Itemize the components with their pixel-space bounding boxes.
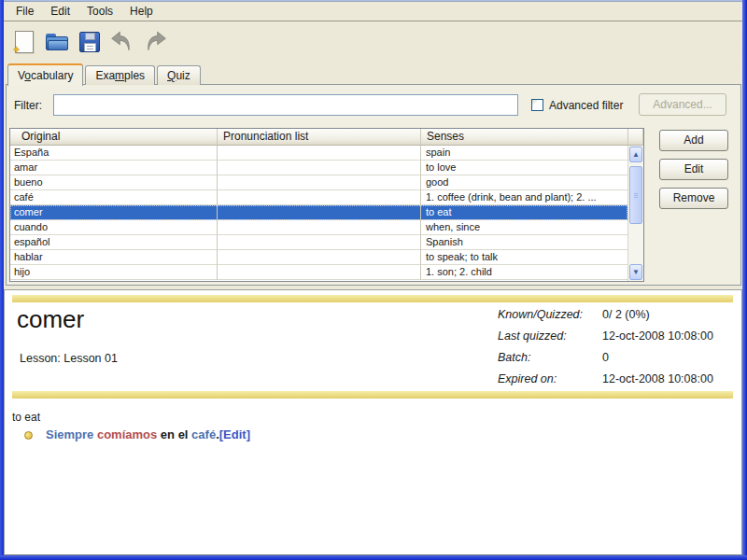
- column-header-senses[interactable]: Senses: [421, 129, 628, 146]
- redo-icon: [142, 30, 168, 54]
- tab[interactable]: Examples: [85, 65, 155, 85]
- edit-link[interactable]: [Edit]: [219, 427, 250, 441]
- table-row[interactable]: comer to eat: [10, 205, 627, 220]
- stat-row: Last quizzed: 12-oct-2008 10:08:00: [498, 329, 728, 351]
- tab[interactable]: Vocabulary: [7, 63, 83, 86]
- headword: comer: [17, 305, 84, 334]
- edit-button[interactable]: Edit: [659, 159, 728, 180]
- gold-divider-top: [12, 295, 733, 302]
- undo-button[interactable]: [109, 29, 135, 55]
- redo-button[interactable]: [142, 29, 168, 55]
- advanced-filter-label: Advanced filter: [549, 99, 623, 112]
- toolbar: ✦: [4, 22, 742, 62]
- window-border-right: [742, 0, 747, 560]
- open-folder-icon: [46, 34, 68, 50]
- example-word: en el: [157, 427, 191, 441]
- bullet-icon: [24, 431, 33, 440]
- stat-row: Batch: 0: [498, 351, 728, 372]
- window-border-top: [0, 0, 747, 2]
- menu-item[interactable]: Tools: [78, 3, 121, 20]
- table-row[interactable]: hijo 1. son; 2. child: [10, 265, 627, 280]
- example-word: comíamos: [97, 427, 157, 441]
- column-header-pronunciation[interactable]: Pronunciation list: [218, 129, 421, 146]
- table-row[interactable]: cuando when, since: [10, 220, 627, 235]
- lesson-label: Lesson: Lesson 01: [20, 352, 118, 365]
- scrollbar-thumb[interactable]: [629, 166, 642, 224]
- table-row[interactable]: España spain: [10, 146, 627, 161]
- table-row[interactable]: bueno good: [10, 175, 627, 190]
- entry-detail-panel: comer Lesson: Lesson 01 Known/Quizzed: 0…: [4, 289, 742, 555]
- stat-row: Known/Quizzed: 0/ 2 (0%): [498, 308, 728, 329]
- scroll-up-icon[interactable]: ▲: [629, 147, 642, 162]
- window-border-bottom: [0, 555, 747, 560]
- add-button[interactable]: Add: [659, 130, 728, 151]
- new-file-button[interactable]: ✦: [11, 29, 37, 55]
- advanced-button[interactable]: Advanced...: [639, 93, 726, 116]
- menu-item[interactable]: Help: [121, 3, 162, 20]
- table-header: Original Pronunciation list Senses: [10, 129, 643, 146]
- table-row[interactable]: amar to love: [10, 161, 627, 175]
- example-word: Siempre: [46, 427, 97, 441]
- tab-bar: Vocabulary Examples Quiz: [7, 63, 203, 85]
- save-button[interactable]: [77, 29, 103, 55]
- vocabulary-table: Original Pronunciation list Senses Españ…: [9, 128, 644, 282]
- table-row[interactable]: café 1. coffee (drink, bean and plant); …: [10, 190, 627, 205]
- menu-item[interactable]: Edit: [42, 3, 78, 20]
- column-header-corner: [628, 129, 643, 146]
- example-sentence: Siempre comíamos en el café.[Edit]: [46, 427, 250, 441]
- undo-icon: [109, 30, 135, 54]
- open-folder-button[interactable]: [44, 29, 70, 55]
- scroll-down-icon[interactable]: ▼: [629, 264, 642, 280]
- remove-button[interactable]: Remove: [659, 188, 728, 209]
- entry-stats: Known/Quizzed: 0/ 2 (0%) Last quizzed: 1…: [498, 308, 728, 394]
- table-row[interactable]: hablar to speak; to talk: [10, 250, 627, 265]
- menu-item[interactable]: File: [7, 3, 42, 20]
- sense-text: to eat: [12, 411, 40, 424]
- gold-divider-bottom: [12, 391, 733, 399]
- new-file-icon: ✦: [15, 31, 34, 53]
- filter-input[interactable]: [53, 94, 518, 116]
- table-row[interactable]: español Spanish: [10, 235, 627, 250]
- tab[interactable]: Quiz: [157, 65, 201, 85]
- filter-label: Filter:: [14, 99, 42, 112]
- column-header-original[interactable]: Original: [10, 129, 218, 146]
- menu-bar: FileEditToolsHelp: [4, 2, 742, 21]
- example-word: café: [191, 427, 216, 441]
- advanced-filter-checkbox[interactable]: [531, 99, 543, 111]
- save-icon: [79, 32, 100, 52]
- table-scrollbar[interactable]: ▲ ▼: [627, 146, 643, 281]
- example-row: Siempre comíamos en el café.[Edit]: [5, 427, 741, 444]
- table-body: España spain amar to love bueno good caf…: [10, 146, 627, 281]
- window-border-left: [0, 0, 4, 560]
